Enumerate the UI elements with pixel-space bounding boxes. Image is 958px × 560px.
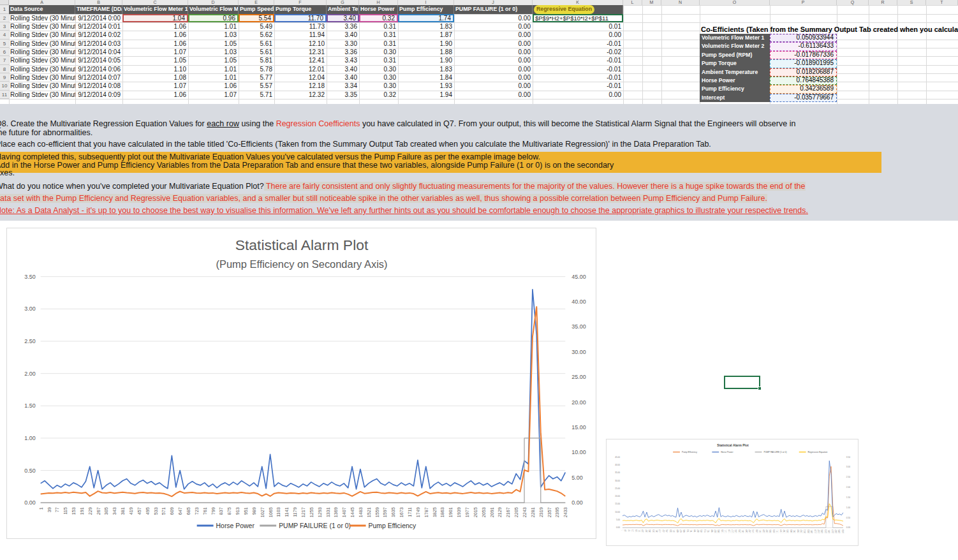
table-cell-G11[interactable]: 3.35: [327, 91, 359, 99]
table-cell-E8[interactable]: 5.78: [239, 65, 274, 73]
table-cell-J4[interactable]: 0.00: [454, 31, 533, 39]
table-cell-K5[interactable]: -0.01: [533, 40, 623, 48]
table-cell-K11[interactable]: 0.00: [533, 91, 623, 99]
table-cell-H2[interactable]: 0.32: [359, 14, 398, 22]
table-cell-J10[interactable]: 0.00: [454, 82, 533, 90]
column-header[interactable]: A: [9, 0, 75, 5]
table-cell-J2[interactable]: 0.00: [454, 14, 533, 22]
table-cell-G7[interactable]: 3.43: [327, 56, 359, 64]
table-cell-I8[interactable]: 1.83: [398, 65, 454, 73]
table-cell-C4[interactable]: 1.06: [122, 31, 188, 39]
table-cell-K2[interactable]: $P$9*H2+$P$10*I2+$P$11: [533, 14, 623, 22]
row-number[interactable]: 2: [0, 14, 9, 22]
table-cell-I7[interactable]: 1.90: [398, 56, 454, 64]
series-pump-efficiency[interactable]: [623, 466, 843, 526]
table-cell-G3[interactable]: 3.36: [327, 22, 359, 31]
column-header[interactable]: B: [75, 0, 122, 5]
table-cell-D2[interactable]: 0.96: [188, 14, 239, 22]
column-header[interactable]: T: [926, 0, 958, 5]
table-cell-I2[interactable]: 1.74: [398, 14, 454, 22]
table-cell-G5[interactable]: 3.30: [327, 40, 359, 48]
row-number[interactable]: 5: [0, 40, 9, 48]
table-cell-C9[interactable]: 1.08: [122, 73, 188, 82]
table-cell-K9[interactable]: -0.01: [533, 73, 623, 82]
column-header[interactable]: O: [700, 0, 770, 5]
table-header-J[interactable]: PUMP FAILURE (1 or 0): [454, 5, 533, 14]
series-pump-efficiency[interactable]: [41, 307, 566, 496]
table-cell-H10[interactable]: 0.30: [359, 82, 398, 90]
column-header[interactable]: G: [327, 0, 359, 5]
column-header[interactable]: M: [642, 0, 661, 5]
table-cell-B7[interactable]: 9/12/2014 0:05: [75, 56, 122, 64]
table-cell-D5[interactable]: 1.05: [188, 40, 239, 48]
table-cell-I5[interactable]: 1.90: [398, 40, 454, 48]
table-cell-E4[interactable]: 5.62: [239, 31, 274, 39]
table-header-K[interactable]: Regressive Equation: [533, 5, 623, 14]
column-header[interactable]: N: [661, 0, 700, 5]
coefficient-value[interactable]: 0.018206887: [770, 68, 837, 77]
table-cell-E6[interactable]: 5.61: [239, 48, 274, 56]
coefficient-value[interactable]: -0.61136433: [770, 42, 837, 50]
table-cell-G4[interactable]: 3.40: [327, 31, 359, 39]
thumbnail-chart[interactable]: Statistical Alarm PlotPump EfficiencyHor…: [606, 439, 859, 546]
table-cell-E2[interactable]: 5.54: [239, 14, 274, 22]
table-cell-A11[interactable]: Rolling Stdev (30 Minute): [9, 91, 75, 99]
coefficient-value[interactable]: -0.035779667: [770, 94, 837, 102]
table-cell-J8[interactable]: 0.00: [454, 65, 533, 73]
table-cell-F5[interactable]: 12.10: [274, 40, 327, 48]
column-header[interactable]: H: [359, 0, 398, 5]
table-cell-D8[interactable]: 1.01: [188, 65, 239, 73]
table-cell-K8[interactable]: -0.01: [533, 65, 623, 73]
table-cell-I3[interactable]: 1.83: [398, 22, 454, 31]
table-cell-I11[interactable]: 1.94: [398, 91, 454, 99]
table-cell-F3[interactable]: 11.73: [274, 22, 327, 31]
table-cell-G6[interactable]: 3.36: [327, 48, 359, 56]
row-number[interactable]: 1: [0, 5, 9, 14]
table-cell-B4[interactable]: 9/12/2014 0:02: [75, 31, 122, 39]
row-number[interactable]: 9: [0, 73, 9, 82]
table-cell-D10[interactable]: 1.06: [188, 82, 239, 90]
table-cell-G8[interactable]: 3.40: [327, 65, 359, 73]
table-cell-J5[interactable]: 0.00: [454, 40, 533, 48]
table-cell-E10[interactable]: 5.57: [239, 82, 274, 90]
table-cell-K7[interactable]: -0.01: [533, 56, 623, 64]
column-header[interactable]: D: [188, 0, 239, 5]
table-cell-B6[interactable]: 9/12/2014 0:04: [75, 48, 122, 56]
table-cell-E5[interactable]: 5.61: [239, 40, 274, 48]
table-cell-I10[interactable]: 1.93: [398, 82, 454, 90]
column-header[interactable]: S: [897, 0, 926, 5]
column-header[interactable]: P: [770, 0, 837, 5]
column-header[interactable]: E: [239, 0, 274, 5]
table-cell-J9[interactable]: 0.00: [454, 73, 533, 82]
table-cell-H7[interactable]: 0.31: [359, 56, 398, 64]
table-cell-A4[interactable]: Rolling Stdev (30 Minute): [9, 31, 75, 39]
row-number[interactable]: 7: [0, 56, 9, 64]
table-cell-D3[interactable]: 1.01: [188, 22, 239, 31]
table-cell-A8[interactable]: Rolling Stdev (30 Minute): [9, 65, 75, 73]
table-cell-B10[interactable]: 9/12/2014 0:08: [75, 82, 122, 90]
table-cell-D7[interactable]: 1.05: [188, 56, 239, 64]
table-cell-B11[interactable]: 9/12/2014 0:09: [75, 91, 122, 99]
spreadsheet-grid[interactable]: ABCDEFGHIJKLMNOPQRST1234567891011Data So…: [0, 0, 958, 104]
column-header[interactable]: Q: [837, 0, 869, 5]
table-cell-H3[interactable]: 0.31: [359, 22, 398, 31]
table-cell-F9[interactable]: 12.04: [274, 73, 327, 82]
table-cell-D6[interactable]: 1.03: [188, 48, 239, 56]
table-cell-G10[interactable]: 3.34: [327, 82, 359, 90]
series-horse-power[interactable]: [623, 461, 843, 517]
table-cell-A9[interactable]: Rolling Stdev (30 Minute): [9, 73, 75, 82]
table-cell-D9[interactable]: 1.01: [188, 73, 239, 82]
table-cell-K6[interactable]: -0.02: [533, 48, 623, 56]
table-cell-I4[interactable]: 1.87: [398, 31, 454, 39]
table-cell-A2[interactable]: Rolling Stdev (30 Minute): [9, 14, 75, 22]
table-cell-F11[interactable]: 12.32: [274, 91, 327, 99]
table-cell-C8[interactable]: 1.10: [122, 65, 188, 73]
table-cell-B3[interactable]: 9/12/2014 0:01: [75, 22, 122, 31]
table-cell-C3[interactable]: 1.06: [122, 22, 188, 31]
table-header-B[interactable]: TIMEFRAME (DD/M: [75, 5, 122, 14]
table-header-F[interactable]: Pump Torque: [274, 5, 327, 14]
table-cell-H8[interactable]: 0.30: [359, 65, 398, 73]
column-header[interactable]: C: [122, 0, 188, 5]
table-header-E[interactable]: Pump Speed (I: [239, 5, 274, 14]
row-number[interactable]: 4: [0, 31, 9, 39]
